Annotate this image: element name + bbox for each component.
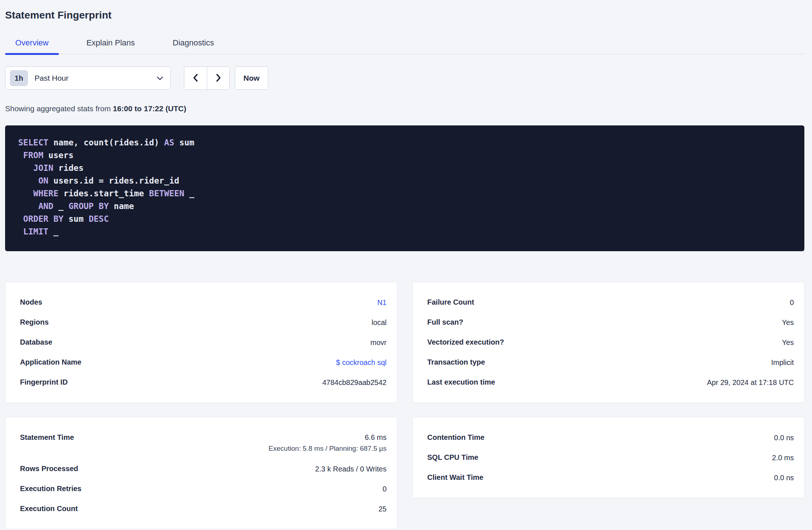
stat-row-failure-count: Failure Count0 [427,292,794,312]
sql-text [18,150,23,160]
stat-value: local [371,317,386,328]
stat-label: Execution Count [20,505,78,513]
sql-text [18,163,33,173]
stat-value: Yes [782,317,794,328]
stat-label: Failure Count [427,298,474,306]
chevron-down-icon [157,76,163,80]
stat-value-group: $ cockroach sql [336,357,387,368]
sql-text [18,227,23,236]
tabs: OverviewExplain PlansDiagnostics [5,38,804,54]
tab-explain-plans[interactable]: Explain Plans [76,38,145,54]
stat-value-group: 2.0 ms [772,452,794,463]
sql-line: AND _ GROUP BY name [18,200,791,213]
tab-overview[interactable]: Overview [5,38,59,54]
sql-keyword: WHERE [33,189,59,198]
stat-value-group: 4784cb829aab2542 [322,377,387,388]
sql-keyword: FROM [23,150,43,160]
stat-value: Apr 29, 2024 at 17:18 UTC [707,377,794,388]
sql-text [18,214,23,224]
sql-keyword: JOIN [33,163,53,173]
stat-value-group: movr [370,337,386,348]
time-range-toolbar: 1h Past Hour [5,67,804,90]
stat-label: Transaction type [427,358,485,366]
sql-text: name [109,201,134,211]
stat-row-vectorized-execution: Vectorized execution?Yes [427,332,794,352]
sql-text: rides [53,163,84,173]
sql-text [18,189,33,198]
stat-label: Execution Retries [20,485,81,493]
stat-value: 0.0 ns [774,472,794,483]
stat-value-group: N1 [377,297,387,308]
sql-keyword: AS [164,138,174,147]
time-range-arrows [184,67,230,90]
stat-row-nodes: NodesN1 [20,292,387,312]
aggregated-stats-line: Showing aggregated stats from 16:00 to 1… [5,104,804,114]
stat-value: 0.0 ns [774,432,794,443]
stat-row-rows-processed: Rows Processed2.3 k Reads / 0 Writes [20,459,387,479]
stat-row-application-name: Application Name$ cockroach sql [20,352,387,372]
sql-keyword: AND [38,201,53,211]
stat-label: Fingerprint ID [20,378,68,386]
sql-line: ORDER BY sum DESC [18,213,791,225]
stat-value-link[interactable]: N1 [377,297,387,308]
sql-text: _ [184,189,194,198]
stat-label: Statement Time [20,431,74,443]
sql-text: users.id = rides.rider_id [48,176,179,185]
stat-label: Contention Time [427,433,485,442]
statement-fingerprint-page: Statement Fingerprint OverviewExplain Pl… [0,0,812,529]
stat-value-group: local [371,317,386,328]
stat-value-group: Yes [782,337,794,348]
sql-line: FROM users [18,149,791,162]
sql-text: users [43,150,73,160]
time-range-select[interactable]: 1h Past Hour [5,67,171,90]
now-button[interactable]: Now [235,67,268,90]
sql-keyword: SELECT [18,138,48,147]
tab-diagnostics[interactable]: Diagnostics [162,38,224,54]
stat-value-group: Implicit [771,357,794,368]
chevron-left-icon [192,73,200,84]
stat-value: 0 [382,483,386,495]
stat-value: 2.3 k Reads / 0 Writes [315,463,386,475]
stat-row-transaction-type: Transaction typeImplicit [427,352,794,372]
sql-line: JOIN rides [18,162,791,174]
sql-text: _ [53,201,69,211]
sql-text: name, count(rides.id) [48,138,164,147]
stat-value-group: 0.0 ns [774,432,794,443]
stat-label: Full scan? [427,318,463,326]
stat-label: Nodes [20,298,42,306]
overview-card-right: Failure Count0Full scan?YesVectorized ex… [413,282,805,403]
sql-text [18,201,38,211]
page-title: Statement Fingerprint [5,0,804,23]
stat-value-link[interactable]: $ cockroach sql [336,357,387,368]
aggregated-stats-prefix: Showing aggregated stats from [5,104,113,113]
stat-value: Yes [782,337,794,348]
stat-value-group: Apr 29, 2024 at 17:18 UTC [707,377,794,388]
sql-keyword: DESC [89,214,109,224]
next-range-button[interactable] [207,67,229,89]
sql-line: WHERE rides.start_time BETWEEN _ [18,187,791,200]
sql-keyword: GROUP BY [68,201,109,211]
stat-value-group: 25 [378,503,386,515]
sql-keyword: ORDER BY [23,214,64,224]
stat-value-group: 0 [790,297,794,308]
stat-row-database: Databasemovr [20,332,387,352]
time-range-badge: 1h [10,70,28,86]
stat-label: Vectorized execution? [427,338,504,346]
stat-value: 6.6 ms [365,431,386,443]
stat-subvalue: Execution: 5.8 ms / Planning: 687.5 µs [269,443,387,454]
sql-text: _ [48,227,59,236]
sql-keyword: ON [38,176,48,185]
stat-row-sql-cpu-time: SQL CPU Time2.0 ms [427,447,794,467]
summary-cards: NodesN1RegionslocalDatabasemovrApplicati… [5,282,804,529]
stat-row-contention-time: Contention Time0.0 ns [427,427,794,447]
prev-range-button[interactable] [184,67,207,89]
stat-label: Rows Processed [20,465,78,473]
stat-value: Implicit [771,357,794,368]
sql-keyword: BETWEEN [149,189,184,198]
time-range-label: Past Hour [35,74,157,83]
stat-row-full-scan: Full scan?Yes [427,312,794,332]
stat-value: 0 [790,297,794,308]
stat-value: 25 [378,503,386,515]
stat-row-last-execution-time: Last execution timeApr 29, 2024 at 17:18… [427,372,794,392]
stat-value: movr [370,337,386,348]
